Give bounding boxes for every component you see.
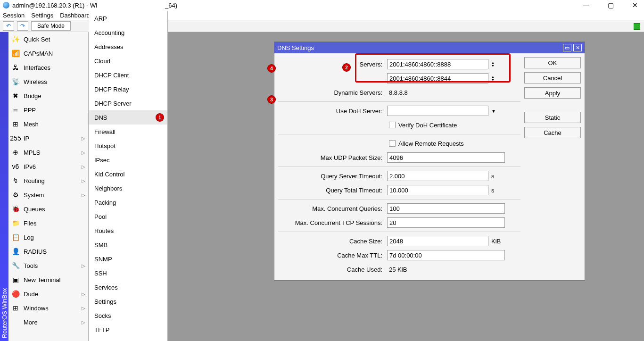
sidebar-item-routing[interactable]: ↯Routing▷ [8, 174, 88, 188]
submenu-item-dhcp-relay[interactable]: DHCP Relay [89, 82, 167, 96]
dialog-titlebar[interactable]: DNS Settings ▭ ✕ [274, 42, 585, 53]
submenu-item-hotspot[interactable]: Hotspot [89, 139, 167, 153]
cmax-input[interactable] [387, 250, 505, 260]
submenu-item-ssh[interactable]: SSH [89, 266, 167, 280]
doh-dropdown-icon[interactable]: ▼ [491, 108, 499, 114]
sidebar-item-radius[interactable]: 👤RADIUS [8, 244, 88, 258]
dialog-buttons: OK Cancel Apply Static Cache 4 3 [524, 57, 581, 276]
submenu-item-neighbors[interactable]: Neighbors [89, 181, 167, 195]
sidebar-label: Files [24, 220, 36, 227]
submenu-item-snmp[interactable]: SNMP [89, 252, 167, 266]
submenu-item-dhcp-client[interactable]: DHCP Client [89, 68, 167, 82]
sidebar-icon [11, 318, 20, 326]
submenu-item-settings[interactable]: Settings [89, 294, 167, 308]
sidebar-item-windows[interactable]: ⊞Windows▷ [8, 301, 88, 315]
submenu-item-pool[interactable]: Pool [89, 209, 167, 224]
sidebar-item-log[interactable]: 📋Log [8, 230, 88, 244]
sidebar-item-quick-set[interactable]: ✨Quick Set [8, 32, 88, 46]
sidebar-item-dude[interactable]: 🔴Dude▷ [8, 287, 88, 301]
servers-input-1[interactable] [387, 59, 488, 69]
csize-unit: KiB [491, 238, 505, 245]
menu-dashboard[interactable]: Dashboard [60, 12, 90, 19]
leftrail-label: RouterOS WinBox [0, 32, 8, 341]
sidebar-label: Interfaces [24, 64, 50, 71]
submenu-item-services[interactable]: Services [89, 280, 167, 294]
sidebar-item-wireless[interactable]: 📡Wireless [8, 75, 88, 89]
menu-settings[interactable]: Settings [31, 12, 53, 19]
redo-button[interactable]: ↷ [17, 21, 28, 31]
submenu-item-accounting[interactable]: Accounting [89, 25, 167, 40]
cused-label: Cache Used: [278, 266, 384, 273]
qtt-label: Query Total Timeout: [278, 187, 384, 194]
sidebar-item-files[interactable]: 📁Files [8, 216, 88, 230]
dialog-close-button[interactable]: ✕ [573, 44, 582, 51]
submenu-item-firewall[interactable]: Firewall [89, 125, 167, 139]
submenu-item-ipsec[interactable]: IPsec [89, 153, 167, 167]
submenu-item-socks[interactable]: Socks [89, 308, 167, 323]
cancel-button[interactable]: Cancel [524, 72, 581, 83]
sidebar-label: PPP [24, 107, 36, 114]
submenu-item-routes[interactable]: Routes [89, 224, 167, 238]
sidebar-item-bridge[interactable]: ✖Bridge [8, 89, 88, 103]
sidebar-item-tools[interactable]: 🔧Tools▷ [8, 258, 88, 273]
ok-button[interactable]: OK [524, 57, 581, 68]
qst-label: Query Server Timeout: [278, 173, 384, 180]
dialog-restore-button[interactable]: ▭ [563, 44, 571, 51]
submenu-item-tftp[interactable]: TFTP [89, 323, 167, 337]
submenu-item-packing[interactable]: Packing [89, 195, 167, 209]
submenu-item-smb[interactable]: SMB [89, 238, 167, 252]
verify-doh-checkbox[interactable] [389, 122, 396, 128]
sidebar-icon: 📋 [11, 233, 20, 241]
servers-input-2[interactable] [387, 73, 488, 83]
sidebar-item-mpls[interactable]: ⊕MPLS▷ [8, 145, 88, 159]
submenu-item-dns[interactable]: DNS1 [89, 110, 167, 125]
sidebar-label: RADIUS [24, 248, 47, 255]
sidebar-label: New Terminal [24, 276, 61, 283]
sidebar-item-new-terminal[interactable]: ▣New Terminal [8, 273, 88, 287]
close-button[interactable]: ✕ [629, 1, 641, 9]
submenu-item-cloud[interactable]: Cloud [89, 54, 167, 68]
csize-input[interactable] [387, 236, 488, 246]
submenu-item-kid-control[interactable]: Kid Control [89, 167, 167, 181]
sidebar-icon: 🔧 [11, 261, 20, 270]
status-led [634, 23, 640, 30]
servers-2-spinner[interactable]: ▲▼ [491, 75, 498, 82]
sidebar-icon: 📡 [11, 77, 20, 86]
submenu-item-arp[interactable]: ARP [89, 11, 167, 25]
sidebar-item-interfaces[interactable]: 🖧Interfaces [8, 60, 88, 75]
submenu-item-addresses[interactable]: Addresses [89, 40, 167, 54]
submenu-item-dhcp-server[interactable]: DHCP Server [89, 96, 167, 110]
submenu-item-traffic-flow[interactable]: Traffic Flow [89, 337, 167, 341]
maximize-button[interactable]: ▢ [604, 1, 617, 9]
submenu-arrow-icon: ▷ [82, 136, 85, 141]
allow-remote-checkbox[interactable] [389, 140, 396, 147]
sidebar-item-ppp[interactable]: ≣PPP [8, 103, 88, 117]
maxq-input[interactable] [387, 203, 505, 214]
safe-mode-button[interactable]: Safe Mode [31, 21, 71, 31]
minimize-button[interactable]: — [580, 1, 592, 9]
sidebar-item-capsman[interactable]: 📶CAPsMAN [8, 46, 88, 60]
sidebar-item-ip[interactable]: 255IP▷ [8, 131, 88, 145]
static-button[interactable]: Static [524, 112, 581, 123]
sidebar-label: Wireless [24, 78, 47, 85]
undo-button[interactable]: ↶ [3, 21, 14, 31]
sidebar-label: Dude [24, 291, 38, 298]
sidebar-item-system[interactable]: ⚙System▷ [8, 188, 88, 202]
apply-button[interactable]: Apply [524, 87, 581, 99]
qtt-input[interactable] [387, 185, 488, 195]
maxudp-input[interactable] [387, 152, 505, 163]
doh-input[interactable] [387, 106, 488, 116]
sidebar-item-more[interactable]: More▷ [8, 315, 88, 329]
qst-input[interactable] [387, 171, 488, 181]
maxtcp-input[interactable] [387, 217, 505, 228]
sidebar-icon: ⊞ [11, 120, 20, 128]
cache-button[interactable]: Cache [524, 127, 581, 138]
maxtcp-label: Max. Concurrent TCP Sessions: [278, 219, 384, 226]
ip-submenu: ARPAccountingAddressesCloudDHCP ClientDH… [89, 11, 168, 341]
servers-1-spinner[interactable]: ▲▼ [491, 61, 498, 67]
sidebar-label: IPv6 [24, 163, 36, 170]
sidebar-item-mesh[interactable]: ⊞Mesh [8, 117, 88, 131]
sidebar-item-queues[interactable]: 🐞Queues [8, 202, 88, 216]
sidebar-item-ipv6[interactable]: v6IPv6▷ [8, 159, 88, 174]
menu-session[interactable]: Session [3, 12, 25, 19]
